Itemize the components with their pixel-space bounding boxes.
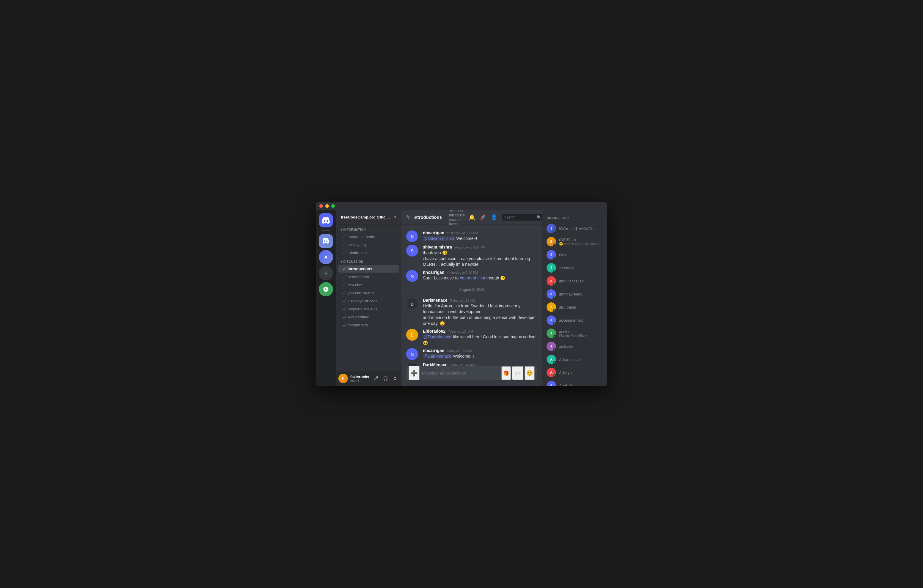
member-item[interactable]: a aditiavfx (544, 340, 605, 353)
member-item[interactable]: A Agnikai (544, 379, 605, 386)
member-item[interactable]: a abdullahcalisir (544, 274, 605, 287)
explore-servers-button[interactable] (319, 282, 333, 296)
member-info: abu bakar (559, 305, 603, 309)
channel-link[interactable]: #general-chat (460, 276, 485, 280)
search-input[interactable] (504, 215, 535, 219)
avatar: D (406, 298, 418, 310)
message-author[interactable]: Eldorado82 (423, 329, 445, 333)
message-author[interactable]: nhcarrigan (423, 348, 444, 353)
member-item[interactable]: a abhinayreddy (544, 287, 605, 301)
member-name: accessdenied (559, 318, 603, 322)
add-attachment-button[interactable]: ➕ (409, 366, 420, 380)
member-item[interactable]: a aceino Playing Point Blank (544, 327, 605, 340)
channel-item-activity-log[interactable]: # activity-log (338, 241, 399, 248)
channel-item-project-euler[interactable]: # project-euler-100 (338, 305, 399, 313)
gift-button[interactable]: 🎁 (501, 366, 511, 380)
channel-item-contributors[interactable]: # contributors (338, 321, 399, 329)
mention[interactable]: @DarkMenace (423, 334, 452, 339)
boost-icon[interactable]: 🚀 (480, 214, 486, 220)
server-header[interactable]: freeCodeCamp.org Offici... ▼ (336, 210, 401, 225)
add-server-button[interactable]: + (319, 266, 333, 280)
member-item[interactable]: A Advitya (544, 366, 605, 379)
member-info: accessdenied (559, 318, 603, 322)
message-author[interactable]: DarkMenace (423, 362, 448, 366)
message-author[interactable]: DarkMenace (423, 298, 448, 302)
member-info: aditiavfx (559, 344, 603, 349)
member-item[interactable]: a accessdenied (544, 314, 605, 327)
close-btn[interactable] (319, 204, 323, 208)
section-label-information[interactable]: ▾ INFORMATION (336, 227, 401, 232)
user-actions: 🎤 🎧 ⚙ (372, 374, 399, 383)
message-time: Today at 1:37 AM (447, 349, 472, 353)
avatar: E (406, 329, 418, 341)
message-author[interactable]: shivam mishra (423, 245, 452, 250)
channel-name-aws-certified: aws-certified (348, 315, 370, 319)
server-icon-freecodecamp[interactable] (319, 213, 333, 227)
date-divider-text: August 8, 2020 (459, 288, 484, 292)
avatar: N (406, 348, 418, 360)
minimize-btn[interactable] (325, 204, 329, 208)
settings-button[interactable]: ⚙ (391, 374, 399, 383)
channel-name-admin-help: admin-help (348, 251, 367, 255)
message-author[interactable]: nhcarrigan (423, 230, 444, 235)
server-icon-3[interactable]: A (319, 250, 333, 264)
mention[interactable]: @shivam mishra (423, 236, 455, 241)
channel-item-dev-chat[interactable]: # dev-chat (338, 281, 399, 289)
message-input[interactable] (422, 368, 499, 378)
bell-icon[interactable]: 🔔 (469, 214, 475, 220)
member-item[interactable]: 0 0x1a (544, 248, 605, 261)
mute-button[interactable]: 🎤 (372, 374, 380, 383)
members-icon[interactable]: 👤 (491, 214, 497, 220)
app-body: A + freeCodeCamp.org Offici... ▼ ▾ INFOR… (316, 210, 607, 386)
emoji-button[interactable]: 😊 (524, 366, 535, 380)
member-item[interactable]: A Adramelech (544, 353, 605, 366)
chevron-down-icon: ▼ (394, 215, 397, 219)
channel-item-general-chat[interactable]: # general-chat (338, 273, 399, 281)
member-item[interactable]: ! !GGx دسـ†αA®yÄã... (544, 222, 605, 235)
avatar: N (406, 230, 418, 242)
channel-sidebar: freeCodeCamp.org Offici... ▼ ▾ INFORMATI… (336, 210, 401, 386)
member-item[interactable]: S (SS)Shah 😗 A brain cell a day, keeps m… (544, 235, 605, 248)
message-content: nhcarrigan Yesterday at 9:40 PM Sure! Le… (423, 270, 537, 282)
channel-item-admin-help[interactable]: # admin-help (338, 249, 399, 256)
svg-text:N: N (411, 234, 414, 239)
member-item[interactable]: 2 21simple (544, 261, 605, 274)
message-author[interactable]: nhcarrigan (423, 270, 444, 275)
channel-name-general-chat: general-chat (348, 275, 369, 279)
mention[interactable]: @DarkMenace (423, 354, 452, 358)
channel-item-introductions[interactable]: # introductions (338, 265, 399, 273)
message-group: E Eldorado82 Today at 1:34 AM @DarkMenac… (401, 328, 542, 347)
message-header: DarkMenace Today at 1:41 AM (423, 362, 537, 366)
member-info: aceino Playing Point Blank (559, 329, 603, 337)
channel-item-100-days-of-code[interactable]: # 100-days-of-code (338, 297, 399, 305)
member-info: !GGx دسـ†αA®yÄã... (559, 227, 603, 231)
member-item[interactable]: a abu bakar (544, 301, 605, 314)
user-info: fazlerocks #5221 (350, 374, 370, 383)
svg-text:N: N (411, 351, 414, 357)
hash-icon: # (343, 298, 346, 304)
messages-area[interactable]: N nhcarrigan Yesterday at 9:33 PM @shiva… (401, 225, 542, 366)
hash-icon: # (343, 242, 346, 247)
section-label-discussion[interactable]: ▾ DISCUSSION (336, 259, 401, 264)
message-input-box: ➕ 🎁 GIF 😊 (406, 366, 537, 380)
hash-icon: # (343, 266, 346, 271)
search-box[interactable]: 🔍 (502, 214, 542, 220)
member-name: abdullahcalisir (559, 279, 603, 283)
channel-name-dev-chat: dev-chat (348, 283, 363, 287)
channel-item-announcements[interactable]: # announcements (338, 233, 399, 240)
message-time: Yesterday at 9:40 PM (447, 271, 478, 274)
server-icon-2[interactable] (319, 234, 333, 248)
channel-item-aws-certified[interactable]: # aws-certified (338, 313, 399, 321)
message-content: Eldorado82 Today at 1:34 AM @DarkMenace … (423, 329, 537, 346)
deafen-button[interactable]: 🎧 (381, 374, 389, 383)
member-info: Advitya (559, 370, 603, 375)
input-right-buttons: 🎁 GIF 😊 (501, 366, 535, 380)
member-name: 0x1a (559, 253, 603, 257)
gif-button[interactable]: GIF (512, 366, 523, 380)
channel-name-you-can-do-this: you-can-do-this (348, 291, 374, 295)
message-time: Today at 1:32 AM (450, 299, 475, 302)
maximize-btn[interactable] (331, 204, 335, 208)
channel-item-you-can-do-this[interactable]: # you-can-do-this (338, 289, 399, 297)
channel-name-100-days: 100-days-of-code (348, 299, 378, 303)
member-avatar: S (547, 237, 556, 246)
